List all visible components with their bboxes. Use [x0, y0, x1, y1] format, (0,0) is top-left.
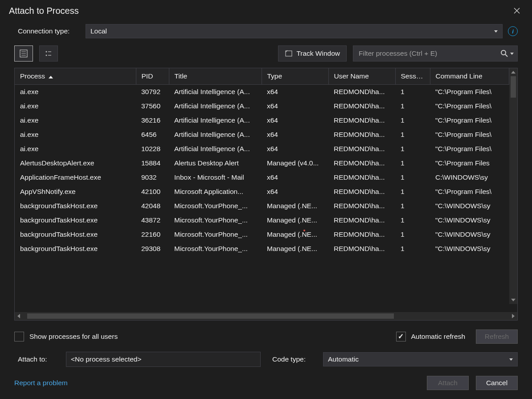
chevron-down-icon [510, 53, 514, 55]
column-type[interactable]: Type [262, 68, 328, 85]
cell-session: 1 [395, 199, 430, 213]
cell-pid: 37560 [136, 99, 169, 113]
cell-cmd: "C:\Program Files\ [430, 85, 509, 99]
table-row[interactable]: backgroundTaskHost.exe43872Microsoft.You… [15, 213, 509, 227]
cell-cmd: "C:\Program Files\ [430, 185, 509, 199]
track-window-button[interactable]: Track Window [278, 45, 347, 62]
column-session[interactable]: Session [395, 68, 430, 85]
column-user[interactable]: User Name [328, 68, 395, 85]
cell-session: 1 [395, 170, 430, 185]
code-type-label: Code type: [272, 355, 311, 363]
toolbar: Track Window Filter processes (Ctrl + E) [0, 42, 532, 65]
cell-process: ai.exe [15, 113, 136, 128]
cell-process: backgroundTaskHost.exe [15, 213, 136, 227]
dialog-title: Attach to Process [9, 6, 79, 16]
scroll-up-button[interactable] [509, 68, 517, 76]
table-row[interactable]: backgroundTaskHost.exe22160Microsoft.You… [15, 227, 509, 242]
filter-placeholder: Filter processes (Ctrl + E) [359, 49, 437, 58]
scroll-down-button[interactable] [509, 296, 517, 304]
cell-process: AlertusDesktopAlert.exe [15, 156, 136, 170]
cell-session: 1 [395, 128, 430, 142]
cell-process: backgroundTaskHost.exe [15, 242, 136, 256]
column-cmd[interactable]: Command Line [430, 68, 509, 85]
table-row[interactable]: ai.exe30792Artificial Intelligence (A...… [15, 85, 509, 99]
tree-view-button[interactable] [39, 45, 58, 62]
cell-type: x64 [262, 185, 328, 199]
checkbox-box-icon [14, 332, 24, 341]
table-row[interactable]: ai.exe6456Artificial Intelligence (A...x… [15, 128, 509, 142]
cell-session: 1 [395, 99, 430, 113]
attach-to-value: <No process selected> [71, 355, 142, 363]
target-icon [285, 49, 293, 58]
show-all-users-label: Show processes for all users [29, 333, 118, 341]
connection-type-combo[interactable]: Local [86, 24, 503, 38]
connection-type-label: Connection type: [14, 27, 80, 35]
svg-point-6 [46, 51, 47, 53]
cell-pid: 9032 [136, 170, 169, 185]
cell-cmd: "C:\WINDOWS\sy [430, 227, 509, 242]
automatic-refresh-checkbox[interactable]: Automatic refresh [396, 332, 465, 341]
svg-point-8 [46, 55, 47, 56]
cell-pid: 42048 [136, 199, 169, 213]
table-row[interactable]: ai.exe37560Artificial Intelligence (A...… [15, 99, 509, 113]
cell-user: REDMOND\ha... [328, 156, 395, 170]
code-type-combo[interactable]: Automatic [323, 352, 518, 366]
cell-user: REDMOND\ha... [328, 99, 395, 113]
column-title[interactable]: Title [169, 68, 262, 85]
cell-process: ApplicationFrameHost.exe [15, 170, 136, 185]
cell-session: 1 [395, 113, 430, 128]
cell-user: REDMOND\ha... [328, 142, 395, 156]
cell-process: backgroundTaskHost.exe [15, 227, 136, 242]
table-row[interactable]: backgroundTaskHost.exe42048Microsoft.You… [15, 199, 509, 213]
cell-user: REDMOND\ha... [328, 170, 395, 185]
chevron-down-icon [494, 30, 498, 33]
table-row[interactable]: AlertusDesktopAlert.exe15884Alertus Desk… [15, 156, 509, 170]
process-table[interactable]: Process PID Title Type User Name Session… [15, 68, 509, 256]
cell-pid: 6456 [136, 128, 169, 142]
cell-title: Artificial Intelligence (A... [169, 142, 262, 156]
chevron-down-icon [509, 358, 513, 361]
refresh-button[interactable]: Refresh [476, 329, 518, 344]
table-row[interactable]: ai.exe10228Artificial Intelligence (A...… [15, 142, 509, 156]
cell-title: Microsoft Application... [169, 185, 262, 199]
cell-type: Managed (.NE... [262, 227, 328, 242]
filter-input[interactable]: Filter processes (Ctrl + E) [353, 45, 518, 62]
cell-session: 1 [395, 156, 430, 170]
cell-title: Microsoft.YourPhone_... [169, 199, 262, 213]
cell-pid: 22160 [136, 227, 169, 242]
scroll-right-button[interactable] [509, 312, 517, 320]
vertical-scrollbar[interactable] [509, 68, 517, 304]
triangle-up-icon [511, 71, 516, 74]
info-button[interactable]: i [508, 26, 518, 36]
column-process[interactable]: Process [15, 68, 136, 85]
triangle-down-icon [511, 299, 516, 301]
column-pid[interactable]: PID [136, 68, 169, 85]
cell-title: Artificial Intelligence (A... [169, 85, 262, 99]
horizontal-scrollbar[interactable] [15, 312, 517, 320]
options-row: Show processes for all users Automatic r… [0, 325, 532, 348]
scroll-thumb[interactable] [27, 313, 394, 319]
footer-row: Report a problem Attach Cancel [0, 370, 532, 399]
table-row[interactable]: ai.exe36216Artificial Intelligence (A...… [15, 113, 509, 128]
info-icon: i [512, 28, 514, 35]
cell-user: REDMOND\ha... [328, 85, 395, 99]
table-row[interactable]: ApplicationFrameHost.exe9032Inbox - Micr… [15, 170, 509, 185]
svg-line-12 [505, 54, 507, 57]
scroll-left-button[interactable] [15, 312, 23, 320]
attach-button[interactable]: Attach [427, 376, 469, 390]
cancel-button[interactable]: Cancel [476, 376, 518, 390]
show-all-users-checkbox[interactable]: Show processes for all users [14, 332, 118, 341]
table-row[interactable]: AppVShNotify.exe42100Microsoft Applicati… [15, 185, 509, 199]
cell-title: Microsoft.YourPhone_... [169, 242, 262, 256]
table-view-button[interactable] [14, 45, 33, 62]
cell-session: 1 [395, 242, 430, 256]
process-grid: Process PID Title Type User Name Session… [14, 68, 518, 321]
table-row[interactable]: backgroundTaskHost.exe29308Microsoft.You… [15, 242, 509, 256]
cell-cmd: "C:\WINDOWS\sy [430, 199, 509, 213]
scroll-thumb[interactable] [511, 76, 516, 98]
close-button[interactable] [511, 4, 523, 17]
attach-to-row: Attach to: <No process selected> Code ty… [0, 348, 532, 370]
attach-to-process-dialog: Attach to Process Connection type: Local… [0, 0, 532, 399]
report-problem-link[interactable]: Report a problem [14, 379, 68, 387]
attach-to-field[interactable]: <No process selected> [66, 352, 261, 367]
